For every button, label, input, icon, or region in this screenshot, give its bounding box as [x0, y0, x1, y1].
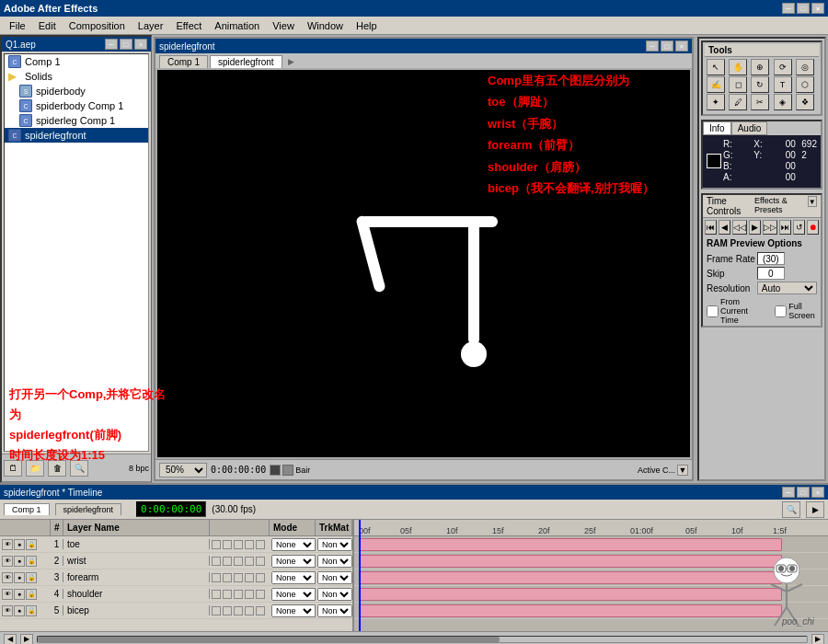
menu-window[interactable]: Window — [302, 18, 349, 33]
tl-prev-btn[interactable]: ◀ — [4, 634, 17, 645]
comp-tab-comp1[interactable]: Comp 1 — [159, 55, 208, 68]
layer-3-trk-select[interactable]: None — [317, 571, 352, 584]
layer-5-sw1[interactable] — [212, 606, 221, 615]
tool-stamp[interactable]: ✂ — [751, 94, 769, 110]
project-item-spiderbody[interactable]: S spiderbody — [5, 84, 148, 98]
layer-5-solo[interactable]: ● — [14, 605, 25, 616]
layer-4-sw1[interactable] — [212, 590, 221, 599]
tl-comp-tab[interactable]: Comp 1 — [4, 503, 50, 515]
track-bar-3[interactable] — [359, 571, 782, 584]
comp-options-btn[interactable]: ▼ — [677, 465, 688, 476]
tool-select[interactable]: ↖ — [707, 59, 725, 75]
timeline-restore[interactable]: □ — [797, 487, 810, 498]
info-tab-info[interactable]: Info — [703, 121, 731, 135]
layer-1-sw4[interactable] — [245, 540, 254, 549]
timeline-close[interactable]: × — [811, 487, 824, 498]
tool-brush[interactable]: 🖊 — [729, 94, 747, 110]
tool-puppet[interactable]: ✦ — [707, 94, 725, 110]
comp-viewer-restore[interactable]: □ — [661, 40, 673, 52]
tl-next-btn[interactable]: ▶ — [811, 634, 824, 645]
project-item-spiderbody-comp1[interactable]: C spiderbody Comp 1 — [5, 98, 148, 113]
project-item-spiderleg-comp1[interactable]: C spiderleg Comp 1 — [5, 113, 148, 128]
layer-3-sw1[interactable] — [212, 573, 221, 582]
layer-2-sw3[interactable] — [234, 557, 243, 566]
layer-2-mode-select[interactable]: None — [271, 555, 316, 568]
layer-1-sw1[interactable] — [212, 540, 221, 549]
layer-5-sw4[interactable] — [245, 606, 254, 615]
menu-layer[interactable]: Layer — [132, 18, 169, 33]
tool-camera[interactable]: ⟳ — [774, 59, 792, 75]
layer-2-trk-select[interactable]: None — [317, 555, 352, 568]
menu-help[interactable]: Help — [351, 18, 383, 33]
layer-3-eye[interactable]: 👁 — [2, 572, 13, 583]
minimize-button[interactable]: ─ — [782, 3, 795, 14]
tool-roto[interactable]: ❖ — [796, 94, 814, 110]
project-restore[interactable]: □ — [120, 39, 132, 50]
layer-4-trk-select[interactable]: None — [317, 588, 352, 601]
layer-3-sw5[interactable] — [256, 573, 265, 582]
play-back-btn[interactable]: ◁◁ — [732, 220, 747, 235]
resolution-select[interactable]: Auto Full Half — [757, 282, 817, 294]
restore-button[interactable]: □ — [797, 3, 810, 14]
track-bar-1[interactable] — [359, 538, 782, 551]
tl-search-btn[interactable]: 🔍 — [782, 501, 800, 518]
layer-1-eye[interactable]: 👁 — [2, 539, 13, 550]
layer-1-solo[interactable]: ● — [14, 539, 25, 550]
tl-play-btn[interactable]: ▶ — [20, 634, 33, 645]
layer-2-lock[interactable]: 🔒 — [26, 556, 37, 567]
tool-hand[interactable]: ✋ — [729, 59, 747, 75]
track-bar-5[interactable] — [359, 604, 782, 617]
layer-4-sw5[interactable] — [256, 590, 265, 599]
menu-composition[interactable]: Composition — [63, 18, 131, 33]
layer-1-sw3[interactable] — [234, 540, 243, 549]
menu-animation[interactable]: Animation — [209, 18, 265, 33]
go-first-btn[interactable]: ⏮ — [705, 220, 717, 235]
comp-tab-spiderlegfront[interactable]: spiderlegfront — [210, 55, 282, 68]
project-minimize[interactable]: ─ — [105, 39, 118, 50]
full-screen-checkbox[interactable] — [775, 305, 787, 317]
step-back-btn[interactable]: ◀ — [719, 220, 730, 235]
layer-3-sw3[interactable] — [234, 573, 243, 582]
record-btn[interactable]: ⏺ — [807, 220, 819, 235]
project-item-solids[interactable]: ▶ Solids — [5, 69, 148, 84]
color-btn[interactable] — [270, 465, 281, 476]
tool-shape[interactable]: ⬡ — [796, 76, 814, 93]
layer-3-sw2[interactable] — [223, 573, 232, 582]
project-close[interactable]: × — [134, 39, 147, 50]
tl-comp-tab2[interactable]: spiderlegfront — [55, 503, 122, 515]
track-bar-2[interactable] — [359, 555, 782, 568]
menu-file[interactable]: File — [4, 18, 31, 33]
layer-4-solo[interactable]: ● — [14, 589, 25, 600]
skip-input[interactable] — [757, 267, 785, 280]
layer-2-sw2[interactable] — [223, 557, 232, 566]
tl-menu-btn[interactable]: ▶ — [806, 501, 824, 518]
layer-3-mode-select[interactable]: None — [271, 571, 316, 584]
layer-5-eye[interactable]: 👁 — [2, 605, 13, 616]
layer-5-sw5[interactable] — [256, 606, 265, 615]
tool-pen[interactable]: ✍ — [707, 76, 725, 93]
from-current-checkbox[interactable] — [707, 305, 719, 317]
layer-2-solo[interactable]: ● — [14, 556, 25, 567]
layer-3-lock[interactable]: 🔒 — [26, 572, 37, 583]
track-bar-4[interactable] — [359, 588, 782, 601]
layer-5-lock[interactable]: 🔒 — [26, 605, 37, 616]
project-item-spiderlegfront[interactable]: C spiderlegfront — [5, 128, 148, 143]
timeline-minimize[interactable]: ─ — [782, 487, 795, 498]
layer-4-sw4[interactable] — [245, 590, 254, 599]
play-btn[interactable]: ▶ — [749, 220, 761, 235]
menu-effect[interactable]: Effect — [170, 18, 207, 33]
layer-5-trk-select[interactable]: None — [317, 604, 352, 617]
layer-1-sw2[interactable] — [223, 540, 232, 549]
info-tab-audio[interactable]: Audio — [731, 121, 768, 135]
layer-5-sw2[interactable] — [223, 606, 232, 615]
menu-edit[interactable]: Edit — [33, 18, 62, 33]
layer-2-sw4[interactable] — [245, 557, 254, 566]
layer-5-mode-select[interactable]: None — [271, 604, 316, 617]
tool-eraser[interactable]: ◈ — [774, 94, 792, 110]
go-last-btn[interactable]: ⏭ — [779, 220, 791, 235]
comp-viewer-minimize[interactable]: ─ — [646, 40, 659, 52]
tool-mask[interactable]: ◻ — [729, 76, 747, 93]
tl-scrollbar[interactable] — [37, 636, 808, 643]
tool-orbit[interactable]: ◎ — [796, 59, 814, 75]
layer-1-lock[interactable]: 🔒 — [26, 539, 37, 550]
